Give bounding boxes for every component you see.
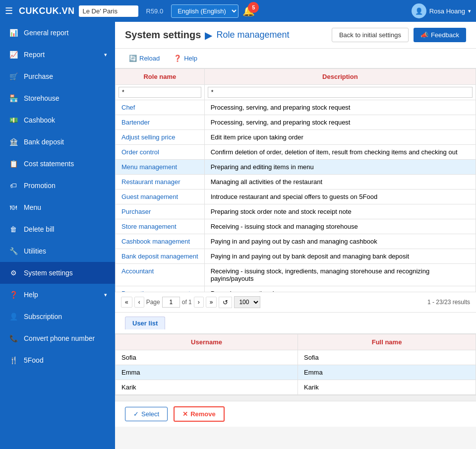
horizontal-scrollbar[interactable]	[115, 395, 476, 401]
sidebar-item-help[interactable]: ❓ Help ▾	[0, 284, 115, 306]
help-button[interactable]: ❓ Help	[170, 53, 201, 64]
menu-icon[interactable]: ☰	[5, 5, 13, 16]
topbar: ☰ CUKCUK.VN Le De' Paris R59.0 English (…	[0, 0, 476, 22]
sidebar-item-general-report[interactable]: 📊 General report	[0, 22, 115, 44]
help-icon: ❓	[8, 289, 19, 300]
list-item[interactable]: Sofia Sofia	[116, 350, 476, 365]
reload-icon: 🔄	[129, 55, 137, 62]
sidebar-label-bank-deposit: Bank deposit	[24, 138, 107, 146]
per-page-select[interactable]: 100 50 25	[234, 296, 260, 308]
user-chevron-icon: ▾	[468, 8, 471, 14]
list-item[interactable]: Karik Karik	[116, 380, 476, 395]
sidebar-item-convert-phone[interactable]: 📞 Convert phone number	[0, 327, 115, 349]
breadcrumb-separator: ▶	[205, 29, 212, 41]
description-filter[interactable]	[208, 87, 473, 98]
table-row[interactable]: Accountant Receiving - issuing stock, in…	[116, 264, 476, 286]
notification-bell[interactable]: 🔔 5	[242, 5, 255, 17]
help-label: Help	[184, 55, 197, 62]
feedback-label: Feedback	[431, 31, 459, 39]
sidebar-item-system-settings[interactable]: ⚙ System settings	[0, 262, 115, 284]
page-of-label: of 1	[182, 299, 192, 306]
role-name-filter[interactable]	[119, 87, 201, 98]
sidebar-label-help: Help	[24, 291, 99, 299]
table-row[interactable]: Store management Receiving - issuing sto…	[116, 219, 476, 234]
table-row[interactable]: Cashbook management Paying in and paying…	[116, 234, 476, 249]
role-name-cell: Purchaser	[116, 204, 205, 219]
role-name-cell: Chef	[116, 100, 205, 115]
reload-label: Reload	[139, 55, 160, 62]
convert-phone-icon: 📞	[8, 333, 19, 344]
sidebar-label-promotion: Promotion	[24, 182, 107, 190]
table-row[interactable]: Guest management Introduce restaurant an…	[116, 190, 476, 204]
sidebar-item-storehouse[interactable]: 🏪 Storehouse	[0, 87, 115, 109]
expand-arrow-icon: ▾	[104, 52, 107, 58]
table-row[interactable]: Promotion management Preparing promotion…	[116, 286, 476, 292]
user-area[interactable]: 👤 Rosa Hoang ▾	[412, 3, 471, 18]
remove-icon: ✕	[182, 410, 188, 418]
table-row[interactable]: Purchaser Preparing stock order note and…	[116, 204, 476, 219]
sidebar: 📊 General report 📈 Report ▾ 🛒 Purchase 🏪…	[0, 22, 115, 449]
sidebar-item-cost-statements[interactable]: 📋 Cost statements	[0, 153, 115, 175]
table-row[interactable]: Order control Confirm deletion of order,…	[116, 145, 476, 160]
table-row[interactable]: Bartender Processing, serving, and prepa…	[116, 115, 476, 130]
main-content: System settings ▶ Role management Back t…	[115, 22, 476, 449]
sidebar-label-cashbook: Cashbook	[24, 116, 107, 124]
refresh-button[interactable]: ↺	[219, 297, 232, 308]
table-row[interactable]: Restaurant manager Managing all activiti…	[116, 175, 476, 190]
last-page-button[interactable]: »	[206, 297, 217, 308]
promotion-icon: 🏷	[8, 180, 19, 191]
sidebar-item-cashbook[interactable]: 💵 Cashbook	[0, 109, 115, 131]
sidebar-item-bank-deposit[interactable]: 🏦 Bank deposit	[0, 131, 115, 153]
username-cell: Emma	[116, 365, 298, 380]
sidebar-item-purchase[interactable]: 🛒 Purchase	[0, 65, 115, 87]
sidebar-item-menu[interactable]: 🍽 Menu	[0, 196, 115, 218]
first-page-button[interactable]: «	[121, 297, 132, 308]
back-to-initial-button[interactable]: Back to initial settings	[332, 28, 409, 42]
table-row[interactable]: Adjust selling price Edit item price upo…	[116, 130, 476, 145]
bank-deposit-icon: 🏦	[8, 136, 19, 147]
cost-statements-icon: 📋	[8, 158, 19, 169]
sidebar-item-subscription[interactable]: 👤 Subscription	[0, 306, 115, 327]
sidebar-item-utilities[interactable]: 🔧 Utilities	[0, 240, 115, 262]
language-selector[interactable]: English (English)	[171, 4, 238, 18]
general-report-icon: 📊	[8, 27, 19, 38]
storehouse-icon: 🏪	[8, 93, 19, 104]
prev-page-button[interactable]: ‹	[134, 297, 144, 308]
table-row[interactable]: Menu management Preparing and editing it…	[116, 160, 476, 175]
role-name-cell: Menu management	[116, 160, 205, 175]
user-list-tab[interactable]: User list	[125, 317, 165, 329]
sidebar-item-promotion[interactable]: 🏷 Promotion	[0, 175, 115, 196]
page-actions: Back to initial settings 📣 Feedback	[332, 28, 466, 42]
full-name-cell: Sofia	[298, 350, 476, 365]
reload-button[interactable]: 🔄 Reload	[125, 53, 164, 64]
next-page-button[interactable]: ›	[194, 297, 204, 308]
table-row[interactable]: Chef Processing, serving, and preparing …	[116, 100, 476, 115]
location-selector[interactable]: Le De' Paris	[79, 5, 138, 17]
expand-arrow-icon: ▾	[104, 292, 107, 298]
description-cell: Receiving - issuing stock, ingredients, …	[204, 264, 476, 286]
toolbar: 🔄 Reload ❓ Help	[115, 49, 476, 68]
sidebar-label-system-settings: System settings	[24, 269, 107, 277]
feedback-button[interactable]: 📣 Feedback	[414, 28, 466, 42]
user-list-header: User list	[115, 313, 476, 334]
role-table: Role name Description Chef Processing, s…	[115, 68, 476, 292]
sidebar-item-5food[interactable]: 🍴 5Food	[0, 349, 115, 371]
sidebar-item-delete-bill[interactable]: 🗑 Delete bill	[0, 218, 115, 240]
user-table: Username Full name Sofia Sofia Emma Emma…	[115, 334, 476, 395]
select-button[interactable]: ✓ Select	[125, 407, 168, 421]
page-subtitle: Role management	[216, 30, 289, 40]
col-description: Description	[204, 69, 476, 85]
role-name-cell: Promotion management	[116, 286, 205, 292]
page-number-input[interactable]	[162, 297, 180, 308]
select-label: Select	[141, 410, 159, 418]
sidebar-label-subscription: Subscription	[24, 313, 107, 321]
help-icon: ❓	[174, 55, 181, 62]
description-cell: Processing, serving, and preparing stock…	[204, 100, 476, 115]
col-full-name: Full name	[298, 334, 476, 350]
sidebar-item-report[interactable]: 📈 Report ▾	[0, 44, 115, 65]
results-info: 1 - 23/23 results	[427, 299, 470, 306]
table-row[interactable]: Bank deposit management Paying in and pa…	[116, 249, 476, 264]
list-item[interactable]: Emma Emma	[116, 365, 476, 380]
remove-button[interactable]: ✕ Remove	[174, 406, 225, 422]
col-role-name: Role name	[116, 69, 205, 85]
